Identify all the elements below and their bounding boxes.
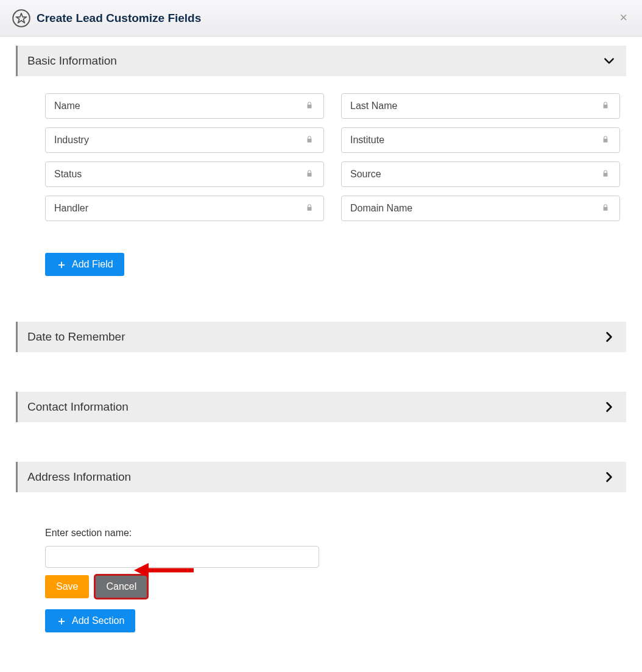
section-title: Contact Information: [27, 400, 129, 414]
section-title: Date to Remember: [27, 330, 125, 344]
section-header-basic[interactable]: Basic Information: [16, 46, 626, 76]
field-source[interactable]: Source: [341, 161, 620, 187]
field-last-name[interactable]: Last Name: [341, 93, 620, 119]
section-title: Basic Information: [27, 54, 117, 68]
add-field-button[interactable]: ＋ Add Field: [45, 253, 124, 276]
chevron-right-icon: [602, 400, 616, 414]
field-industry[interactable]: Industry: [45, 127, 324, 153]
section-contact-information: Contact Information: [16, 392, 626, 422]
modal-header: Create Lead Customize Fields ×: [0, 0, 642, 37]
field-name[interactable]: Name: [45, 93, 324, 119]
plus-icon: ＋: [56, 615, 67, 626]
section-header-contact[interactable]: Contact Information: [16, 392, 626, 422]
cancel-button[interactable]: Cancel: [95, 575, 147, 598]
section-title: Address Information: [27, 470, 131, 484]
add-section-button[interactable]: ＋ Add Section: [45, 609, 135, 632]
lock-icon: [601, 135, 611, 145]
lock-icon: [305, 203, 315, 213]
fields-grid: Name Last Name Industry Institute: [45, 93, 620, 221]
field-institute[interactable]: Institute: [341, 127, 620, 153]
lock-icon: [305, 169, 315, 179]
star-icon: [12, 9, 30, 27]
section-date-to-remember: Date to Remember: [16, 322, 626, 352]
chevron-down-icon: [602, 54, 616, 68]
section-name-label: Enter section name:: [45, 528, 626, 539]
field-domain-name[interactable]: Domain Name: [341, 196, 620, 221]
svg-point-0: [13, 10, 30, 27]
lock-icon: [305, 101, 315, 111]
section-body-basic: Name Last Name Industry Institute: [16, 76, 626, 282]
section-name-input[interactable]: [45, 546, 319, 568]
customize-fields-modal: Create Lead Customize Fields × Basic Inf…: [0, 0, 642, 672]
save-button[interactable]: Save: [45, 575, 89, 598]
modal-title: Create Lead Customize Fields: [37, 12, 201, 25]
section-header-date[interactable]: Date to Remember: [16, 322, 626, 352]
plus-icon: ＋: [56, 259, 67, 270]
field-status[interactable]: Status: [45, 161, 324, 187]
new-section-form: Enter section name: Save Cancel: [16, 528, 626, 632]
section-address-information: Address Information: [16, 462, 626, 492]
lock-icon: [601, 101, 611, 111]
chevron-right-icon: [602, 330, 616, 344]
section-basic-information: Basic Information Name Last Name: [16, 46, 626, 282]
lock-icon: [305, 135, 315, 145]
section-header-address[interactable]: Address Information: [16, 462, 626, 492]
form-button-row: Save Cancel: [45, 575, 626, 598]
modal-body: Basic Information Name Last Name: [0, 37, 642, 672]
close-icon[interactable]: ×: [619, 11, 627, 24]
field-handler[interactable]: Handler: [45, 196, 324, 221]
lock-icon: [601, 169, 611, 179]
chevron-right-icon: [602, 470, 616, 484]
lock-icon: [601, 203, 611, 213]
